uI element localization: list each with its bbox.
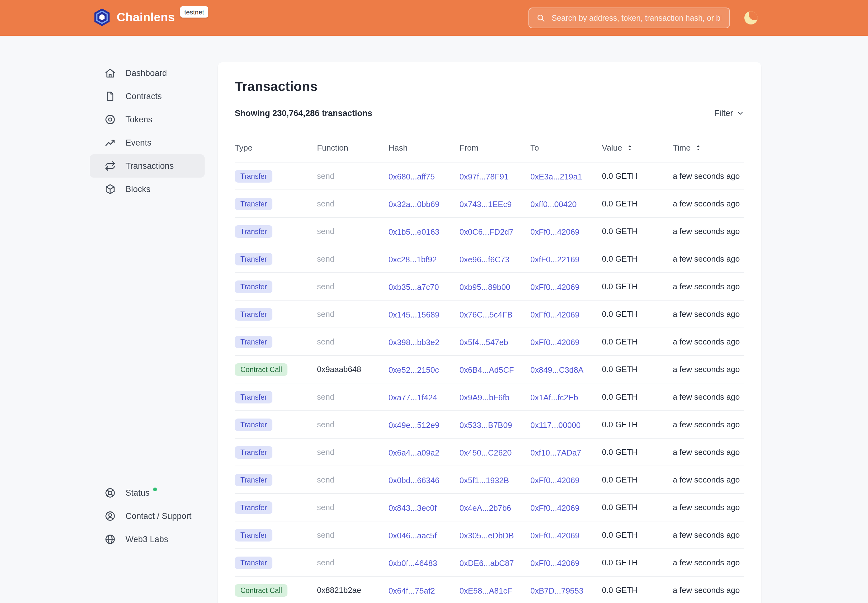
tx-from-link[interactable]: 0x76C...5c4FB <box>460 310 512 319</box>
tx-time: a few seconds ago <box>673 227 744 236</box>
tx-to-link[interactable]: 0xfF0...22169 <box>530 254 580 264</box>
tx-to-link[interactable]: 0xFf0...42069 <box>530 503 580 512</box>
tx-from-link[interactable]: 0xE58...A81cF <box>460 586 512 595</box>
tx-to-link[interactable]: 0xFf0...42069 <box>530 310 580 319</box>
sidebar-item-contracts[interactable]: Contracts <box>90 85 204 108</box>
tx-type-badge: Transfer <box>235 280 273 293</box>
sidebar-item-blocks[interactable]: Blocks <box>90 178 204 201</box>
tx-value: 0.0 GETH <box>602 309 673 319</box>
sort-icon[interactable] <box>695 143 702 152</box>
tx-to-link[interactable]: 0x117...00000 <box>530 420 580 430</box>
summary-row: Showing 230,764,286 transactions Filter <box>235 108 744 118</box>
tx-hash-link[interactable]: 0xe52...2150c <box>388 365 439 374</box>
tx-to-link[interactable]: 0xf10...7ADa7 <box>530 448 581 457</box>
tx-to-link[interactable]: 0xFf0...42069 <box>530 530 580 540</box>
column-label: Time <box>673 143 691 152</box>
tx-hash-link[interactable]: 0x1b5...e0163 <box>388 227 439 236</box>
tx-to-link[interactable]: 0x849...C3d8A <box>530 365 583 374</box>
dark-mode-toggle[interactable] <box>744 10 760 25</box>
tx-hash-link[interactable]: 0x046...aac5f <box>388 530 437 540</box>
filter-button[interactable]: Filter <box>714 108 744 118</box>
column-header-value[interactable]: Value <box>602 143 673 152</box>
tx-to-link[interactable]: 0xFf0...42069 <box>530 475 580 485</box>
tx-from-link[interactable]: 0x0C6...FD2d7 <box>460 227 514 236</box>
tx-hash-link[interactable]: 0x64f...75af2 <box>388 586 435 595</box>
transaction-row: Contract Call0x9aaab6480xe52...2150c0x6B… <box>235 355 744 383</box>
tx-to-link[interactable]: 0xFf0...42069 <box>530 337 580 347</box>
tx-time: a few seconds ago <box>673 420 744 429</box>
tx-hash-link[interactable]: 0x145...15689 <box>388 310 439 319</box>
tx-value: 0.0 GETH <box>602 420 673 429</box>
tx-from-link[interactable]: 0x305...eDbDB <box>460 530 514 540</box>
chainlens-logo-icon <box>92 8 112 27</box>
sidebar-item-tokens[interactable]: Tokens <box>90 108 204 131</box>
tx-to-link[interactable]: 0xB7D...79553 <box>530 586 583 595</box>
table-header-row: TypeFunctionHashFromToValueTime <box>235 133 744 162</box>
tx-time: a few seconds ago <box>673 309 744 319</box>
search-input[interactable] <box>551 13 723 23</box>
brand-name: Chainlens <box>117 8 175 27</box>
tx-from-link[interactable]: 0x533...B7B09 <box>460 420 512 430</box>
tx-hash-link[interactable]: 0xb0f...46483 <box>388 558 437 567</box>
tx-from-link[interactable]: 0x743...1EEc9 <box>460 199 512 209</box>
tx-type-badge: Contract Call <box>235 363 288 376</box>
tx-function: send <box>317 171 388 181</box>
tx-from-link[interactable]: 0x9A9...bF6fb <box>460 393 509 402</box>
tx-from-link[interactable]: 0x6B4...Ad5CF <box>460 365 514 374</box>
tx-function: 0x9aaab648 <box>317 365 388 374</box>
tx-function: send <box>317 392 388 402</box>
sidebar-item-status[interactable]: Status <box>90 481 204 504</box>
tx-from-link[interactable]: 0x5f1...1932B <box>460 475 509 485</box>
tx-from-link[interactable]: 0x97f...78F91 <box>460 172 509 181</box>
sidebar-item-contact-support[interactable]: Contact / Support <box>90 504 204 528</box>
transaction-row: Transfersend0xb0f...464830xDE6...abC870x… <box>235 549 744 576</box>
brand-home-link[interactable]: Chainlens testnet <box>92 8 208 27</box>
tx-from-link[interactable]: 0xe96...f6C73 <box>460 254 509 264</box>
tx-hash-link[interactable]: 0x6a4...a09a2 <box>388 448 439 457</box>
tx-hash-link[interactable]: 0xa77...1f424 <box>388 393 437 402</box>
sort-icon[interactable] <box>626 143 634 152</box>
sidebar-item-label: Web3 Labs <box>125 535 168 544</box>
tx-from-link[interactable]: 0x5f4...547eb <box>460 337 508 347</box>
transactions-count: Showing 230,764,286 transactions <box>235 108 372 118</box>
sidebar-item-events[interactable]: Events <box>90 131 204 155</box>
tx-from-link[interactable]: 0xb95...89b00 <box>460 282 510 291</box>
tx-to-link[interactable]: 0xff0...00420 <box>530 199 577 209</box>
tx-to-link[interactable]: 0x1Af...fc2Eb <box>530 393 578 402</box>
tx-hash-link[interactable]: 0x0bd...66346 <box>388 475 439 485</box>
sidebar-item-web3-labs[interactable]: Web3 Labs <box>90 528 204 551</box>
tx-to-link[interactable]: 0xE3a...219a1 <box>530 172 582 181</box>
sidebar-item-dashboard[interactable]: Dashboard <box>90 62 204 85</box>
tx-to-link[interactable]: 0xFf0...42069 <box>530 558 580 567</box>
tx-hash-link[interactable]: 0x49e...512e9 <box>388 420 439 430</box>
tx-hash-link[interactable]: 0x843...3ec0f <box>388 503 437 512</box>
tx-hash-link[interactable]: 0x680...aff75 <box>388 172 435 181</box>
column-header-from: From <box>460 143 530 152</box>
tx-to-link[interactable]: 0xFf0...42069 <box>530 282 580 291</box>
tx-value: 0.0 GETH <box>602 475 673 484</box>
search-box[interactable] <box>528 8 730 28</box>
tx-to-link[interactable]: 0xFf0...42069 <box>530 227 580 236</box>
tx-time: a few seconds ago <box>673 530 744 540</box>
transaction-row: Transfersend0x6a4...a09a20x450...C26200x… <box>235 438 744 465</box>
tx-value: 0.0 GETH <box>602 530 673 540</box>
tx-function: send <box>317 254 388 264</box>
token-icon <box>104 114 116 125</box>
tx-from-link[interactable]: 0xDE6...abC87 <box>460 558 514 567</box>
tx-function: send <box>317 199 388 208</box>
tx-hash-link[interactable]: 0xb35...a7c70 <box>388 282 439 291</box>
sidebar-item-transactions[interactable]: Transactions <box>90 155 204 178</box>
column-header-time[interactable]: Time <box>673 143 744 152</box>
tx-from-link[interactable]: 0x4eA...2b7b6 <box>460 503 511 512</box>
sidebar-item-label: Contact / Support <box>125 512 192 521</box>
tx-hash-link[interactable]: 0x398...bb3e2 <box>388 337 439 347</box>
column-header-type: Type <box>235 143 317 152</box>
sidebar-footer: StatusContact / SupportWeb3 Labs <box>90 481 204 551</box>
tx-hash-link[interactable]: 0xc28...1bf92 <box>388 254 437 264</box>
search-icon <box>536 13 545 23</box>
tx-type-badge: Transfer <box>235 225 273 238</box>
tx-hash-link[interactable]: 0x32a...0bb69 <box>388 199 439 209</box>
tx-from-link[interactable]: 0x450...C2620 <box>460 448 512 457</box>
cube-icon <box>104 183 116 195</box>
sidebar-item-label: Transactions <box>125 161 174 171</box>
